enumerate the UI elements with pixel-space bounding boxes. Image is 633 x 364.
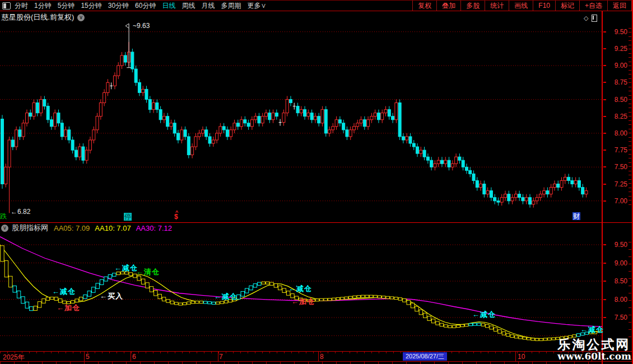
watermark: 乐淘公式网 www.60lt.com (557, 338, 631, 362)
marker-badge-0[interactable]: 跌 (0, 212, 7, 220)
price-label-top-6: 8.00 (608, 129, 627, 137)
marker-badge-3[interactable]: 财 (573, 212, 580, 220)
date-label-2: 6 (132, 353, 136, 361)
price-label-low-0: 9.50 (608, 241, 627, 249)
price-label-top-0: 9.50 (608, 28, 627, 36)
chart-title: 慈星股份(日线.前复权) (2, 12, 74, 22)
axis-tick (603, 31, 606, 32)
chart-canvas: ~9.63 (0, 0, 633, 364)
date-separator-3 (318, 352, 319, 361)
signal-label-5: ←减仓 (214, 292, 238, 302)
signal-label-9: ←减仓 (580, 325, 604, 335)
signal-label-1: ←加仓 (57, 303, 80, 313)
signal-label-0: ←减仓 (52, 287, 76, 297)
price-label-top-3: 8.75 (608, 78, 627, 86)
marker-badge-1[interactable]: 停 (124, 213, 132, 221)
price-label-low-3: 8.00 (608, 296, 627, 304)
axis-tick (603, 116, 606, 117)
axis-tick (603, 99, 606, 100)
axis-tick (603, 184, 606, 185)
watermark-site-name: 乐淘公式网 (557, 338, 631, 351)
price-label-top-7: 7.75 (608, 146, 627, 154)
date-separator-0 (84, 352, 85, 361)
indicator-header: ∨ 股朋指标网 AA05: 7.09AA10: 7.07AA30: 7.12 (1, 223, 177, 232)
app-window: ~9.63 分时1分钟5分钟15分钟30分钟60分钟日线周线月线多周期更多∨ 复… (0, 0, 633, 364)
date-separator-4 (515, 352, 516, 361)
price-label-top-10: 7.00 (608, 197, 627, 205)
price-label-top-8: 7.50 (608, 163, 627, 171)
price-label-top-4: 8.50 (608, 96, 627, 104)
price-label-low-1: 9.00 (608, 259, 627, 267)
axis-tick (603, 299, 606, 300)
selected-date-highlight[interactable]: 2025/08/27/三 (403, 352, 447, 361)
chart-title-row: 慈星股份(日线.前复权) ∨ (2, 12, 85, 22)
price-label-top-5: 8.25 (608, 113, 627, 120)
legend-item-aa10: AA10: 7.07 (95, 224, 131, 232)
diamond-icon[interactable]: ◇ (584, 15, 588, 22)
signal-label-6: ←减仓 (288, 284, 312, 294)
axis-tick (603, 166, 606, 167)
price-label-low-2: 8.50 (608, 277, 627, 285)
axis-tick (603, 281, 606, 282)
panel-corner-icons: ◇ (584, 15, 597, 22)
date-label-1: 5 (86, 353, 90, 361)
legend-item-aa30: AA30: 7.12 (136, 224, 172, 232)
axis-tick (603, 48, 606, 49)
date-label-5: 10 (518, 353, 525, 361)
axis-tick (603, 150, 606, 151)
panel-icon[interactable] (592, 15, 597, 22)
indicator-name: 股朋指标网 (12, 223, 48, 233)
date-label-3: 7 (219, 353, 223, 361)
chevron-down-icon[interactable]: ∨ (77, 14, 85, 21)
axis-tick (603, 200, 606, 202)
chevron-down-icon[interactable]: ∨ (1, 225, 8, 232)
axis-tick (603, 244, 606, 245)
price-label-top-1: 9.25 (608, 45, 627, 53)
low-price-label: ←6.82 (11, 208, 30, 216)
axis-tick (603, 133, 606, 134)
signal-label-7: ←加仓 (291, 297, 315, 307)
axis-tick (603, 65, 606, 66)
high-price-label: ~9.63 (133, 22, 150, 30)
signal-label-8: ←减仓 (472, 310, 496, 320)
fine-ticks-low (629, 242, 631, 340)
price-label-top-9: 7.25 (608, 180, 627, 188)
date-label-4: 8 (320, 353, 324, 361)
axis-tick (603, 82, 606, 83)
price-label-low-4: 7.50 (608, 314, 627, 321)
watermark-url: www.60lt.com (557, 351, 631, 362)
legend-item-aa05: AA05: 7.09 (54, 224, 90, 232)
signal-label-4: ←清仓 (136, 267, 160, 277)
axis-tick (603, 317, 606, 318)
fine-ticks-top (629, 28, 631, 207)
price-label-top-2: 9.00 (608, 62, 627, 69)
marker-badge-2[interactable]: $ (174, 213, 178, 221)
date-separator-2 (218, 352, 218, 361)
signal-label-3: ←减仓 (114, 263, 138, 273)
date-separator-1 (131, 352, 131, 361)
date-label-0: 2025年 (3, 353, 25, 362)
axis-tick (603, 263, 606, 264)
indicator-legend: AA05: 7.09AA10: 7.07AA30: 7.12 (54, 223, 177, 233)
date-minor-ticks (0, 352, 602, 353)
signal-label-2: ←买入 (100, 291, 123, 301)
